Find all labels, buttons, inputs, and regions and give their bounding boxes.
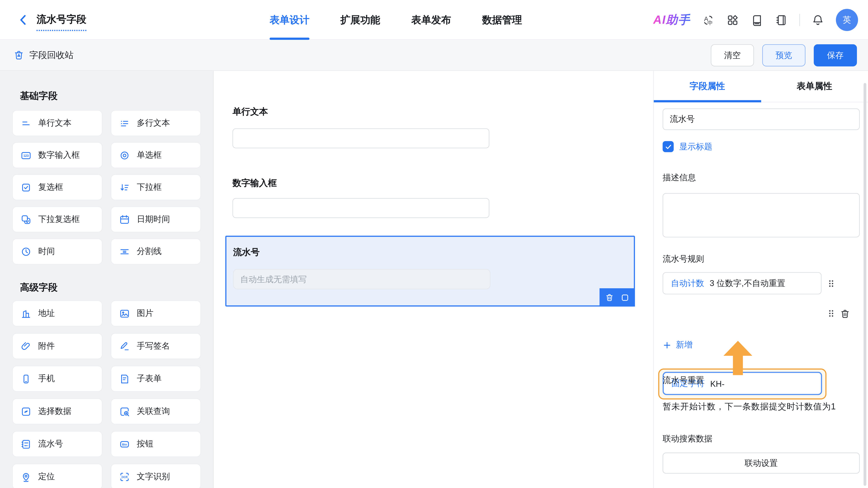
show-title-label: 显示标题 — [679, 141, 712, 152]
palette-item-select-data[interactable]: 选择数据 — [12, 398, 102, 424]
serial-reset-label: 流水号重置 — [662, 375, 704, 386]
palette-item-label: 日期时间 — [137, 214, 170, 225]
rule-drag-handle-icon[interactable] — [827, 279, 836, 288]
field-input-number-input[interactable] — [232, 198, 489, 218]
user-avatar[interactable]: 英 — [836, 9, 858, 31]
palette-item-ocr[interactable]: 文字识别 — [111, 464, 201, 488]
palette-item-label: 选择数据 — [38, 406, 71, 417]
add-rule-button[interactable]: 新增 — [662, 340, 692, 350]
palette-item-label: 下拉框 — [137, 182, 162, 193]
tab-data-management[interactable]: 数据管理 — [482, 0, 522, 40]
palette-item-lookup[interactable]: 关联查询 — [111, 398, 201, 424]
description-textarea[interactable] — [662, 193, 860, 237]
form-canvas: 单行文本 数字输入框 流水号 — [214, 71, 653, 488]
page-title[interactable]: 流水号字段 — [37, 13, 86, 31]
rule-drag-handle-icon[interactable] — [827, 309, 836, 318]
notification-bell-icon[interactable] — [811, 13, 824, 26]
translate-icon[interactable] — [702, 13, 715, 26]
add-rule-label: 新增 — [676, 340, 692, 350]
palette-item-label: 关联查询 — [137, 406, 170, 417]
rule-type-label: 自动计数 — [671, 278, 704, 289]
palette-item-label: 下拉复选框 — [38, 214, 80, 225]
check-icon — [664, 143, 672, 150]
tab-form-publish[interactable]: 表单发布 — [411, 0, 451, 40]
tab-extensions[interactable]: 扩展功能 — [340, 0, 380, 40]
palette-item-attachment[interactable]: 附件 — [12, 333, 102, 359]
palette-item-address[interactable]: 地址 — [12, 300, 102, 326]
recycle-bin-label: 字段回收站 — [29, 50, 74, 61]
palette-item-label: 按钮 — [137, 439, 153, 449]
palette-item-dropdown[interactable]: 下拉框 — [111, 174, 201, 200]
dropdown-icon — [119, 182, 130, 193]
palette-item-label: 单行文本 — [38, 118, 71, 129]
ai-assistant-button[interactable]: AI助手 — [653, 12, 690, 28]
tab-field-properties[interactable]: 字段属性 — [654, 71, 761, 102]
field-input-serial-number[interactable] — [233, 269, 491, 289]
properties-panel: 字段属性 表单属性 显示标题 描述信息 流水号规则 自动计数 3 位数字,不自动… — [653, 71, 868, 488]
help-book-icon[interactable] — [751, 13, 763, 26]
palette-item-label: 文字识别 — [137, 471, 170, 482]
show-title-checkbox[interactable] — [662, 141, 674, 152]
linkage-settings-button[interactable]: 联动设置 — [662, 453, 860, 474]
field-name-input[interactable] — [662, 108, 860, 130]
palette-item-label: 附件 — [38, 341, 55, 352]
palette-item-label: 流水号 — [38, 439, 63, 449]
palette-item-location[interactable]: 定位 — [12, 464, 102, 488]
location-icon — [21, 471, 32, 482]
subform-icon — [119, 373, 130, 384]
app-header: 流水号字段 表单设计 扩展功能 表单发布 数据管理 AI助手 英 — [0, 0, 868, 40]
tab-form-design[interactable]: 表单设计 — [270, 0, 309, 40]
field-input-single-line-text[interactable] — [232, 128, 489, 148]
tab-form-properties[interactable]: 表单属性 — [761, 71, 868, 102]
serial-reset-status-text: 暂未开始计数，下一条数据提交时计数值为1 — [662, 401, 836, 413]
apps-grid-icon[interactable] — [726, 13, 739, 26]
palette-item-divider[interactable]: 分割线 — [111, 238, 201, 265]
palette-item-mobile[interactable]: 手机 — [12, 366, 102, 392]
properties-tabs: 字段属性 表单属性 — [654, 71, 868, 102]
palette-item-radio[interactable]: 单选框 — [111, 142, 201, 168]
palette-item-button[interactable]: 按钮 — [111, 431, 201, 457]
palette-item-time[interactable]: 时间 — [12, 238, 102, 265]
rule-auto-count[interactable]: 自动计数 3 位数字,不自动重置 — [662, 272, 822, 294]
palette-item-checkbox[interactable]: 复选框 — [12, 174, 102, 200]
clear-button[interactable]: 清空 — [711, 44, 754, 66]
delete-field-icon[interactable] — [605, 293, 614, 302]
palette-item-multi-line-text[interactable]: 多行文本 — [111, 110, 201, 136]
panel-scrollbar[interactable] — [864, 83, 866, 486]
radio-icon — [119, 150, 130, 161]
palette-item-serial-number[interactable]: 流水号 — [12, 431, 102, 457]
palette-item-label: 子表单 — [137, 373, 162, 384]
palette-item-image[interactable]: 图片 — [111, 300, 201, 326]
palette-item-number-input[interactable]: 数字输入框 — [12, 142, 102, 168]
description-label: 描述信息 — [662, 173, 696, 183]
palette-item-single-line-text[interactable]: 单行文本 — [12, 110, 102, 136]
changelog-notebook-icon[interactable] — [775, 13, 788, 26]
palette-item-label: 单选框 — [137, 150, 162, 161]
palette-item-multi-dropdown[interactable]: 下拉复选框 — [12, 206, 102, 232]
preview-button[interactable]: 预览 — [762, 44, 805, 66]
ocr-icon — [119, 471, 130, 482]
palette-item-label: 复选框 — [38, 182, 63, 193]
field-label-number-input: 数字输入框 — [232, 177, 277, 189]
palette-item-label: 定位 — [38, 471, 55, 482]
plus-icon — [662, 340, 671, 349]
lookup-icon — [119, 406, 130, 417]
image-icon — [119, 308, 130, 319]
palette-item-datetime[interactable]: 日期时间 — [111, 206, 201, 232]
copy-field-icon[interactable] — [620, 293, 629, 302]
back-button[interactable] — [17, 13, 30, 27]
palette-item-label: 地址 — [38, 308, 55, 319]
rule-delete-icon[interactable] — [840, 309, 850, 320]
palette-item-subform[interactable]: 子表单 — [111, 366, 201, 392]
palette-item-label: 分割线 — [137, 246, 162, 257]
designer-toolbar: 字段回收站 清空 预览 保存 — [0, 40, 868, 71]
show-title-checkbox-row[interactable]: 显示标题 — [662, 141, 712, 152]
single-line-text-icon — [21, 118, 32, 129]
palette-item-signature[interactable]: 手写签名 — [111, 333, 201, 359]
field-recycle-bin-button[interactable]: 字段回收站 — [13, 40, 74, 71]
selected-field-serial-number[interactable]: 流水号 — [225, 236, 635, 306]
signature-icon — [119, 340, 130, 352]
linkage-search-label: 联动搜索数据 — [662, 434, 712, 445]
save-button[interactable]: 保存 — [814, 44, 857, 66]
rule-value-label: KH- — [710, 379, 724, 388]
